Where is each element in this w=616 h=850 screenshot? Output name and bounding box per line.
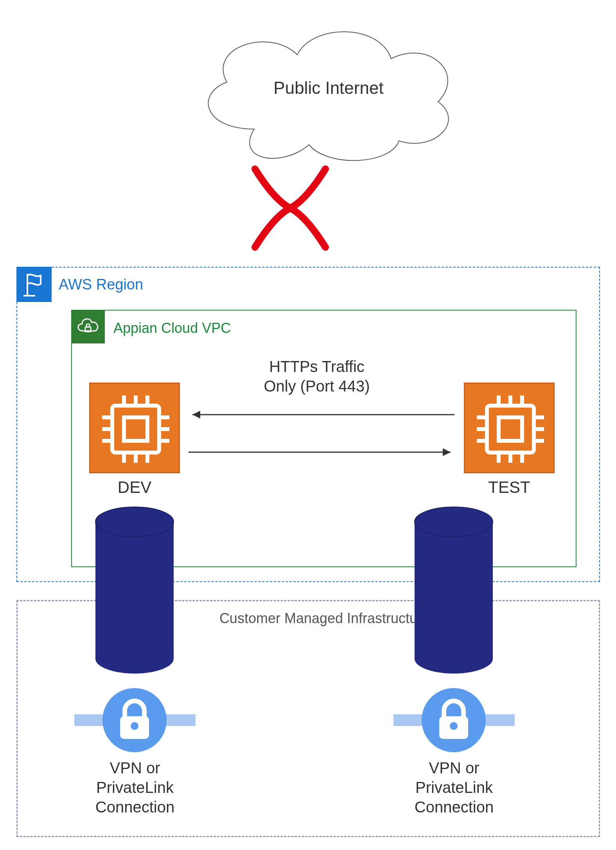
svg-point-48 — [450, 722, 458, 730]
vpc-label: Appian Cloud VPC — [113, 320, 270, 336]
conn-right-label: VPN or PrivateLink Connection — [393, 758, 515, 817]
blocked-x-icon — [243, 161, 337, 255]
svg-marker-6 — [443, 448, 451, 456]
lock-left-icon — [101, 687, 168, 753]
svg-marker-4 — [192, 411, 200, 419]
svg-rect-40 — [415, 522, 493, 659]
arrow-right — [181, 444, 462, 460]
dev-label: DEV — [89, 478, 180, 497]
lock-right-icon — [420, 687, 487, 753]
aws-region-badge — [16, 267, 52, 302]
chip-icon — [465, 384, 556, 474]
conn-left-label: VPN or PrivateLink Connection — [74, 758, 196, 817]
cylinder-left-icon — [92, 506, 178, 674]
svg-point-41 — [415, 644, 493, 674]
svg-point-45 — [131, 722, 138, 730]
cloud-lock-icon — [71, 310, 105, 343]
aws-region-label: AWS Region — [59, 276, 176, 293]
arrow-left — [181, 407, 462, 422]
test-instance — [464, 383, 555, 473]
traffic-line1: HTTPs Traffic — [269, 358, 365, 375]
traffic-line2: Only (Port 443) — [264, 377, 370, 395]
flag-icon — [16, 267, 52, 302]
chip-icon — [90, 384, 181, 474]
svg-rect-36 — [95, 522, 174, 659]
svg-rect-21 — [487, 406, 534, 453]
svg-point-37 — [95, 644, 174, 674]
dev-instance — [89, 383, 180, 473]
traffic-label: HTTPs Traffic Only (Port 443) — [211, 357, 422, 396]
vpc-badge — [71, 310, 105, 343]
svg-rect-22 — [499, 417, 522, 441]
cylinder-right-icon — [411, 506, 497, 674]
svg-rect-8 — [124, 417, 147, 441]
test-label: TEST — [464, 478, 555, 497]
svg-rect-7 — [112, 406, 159, 453]
cloud-label: Public Internet — [250, 78, 407, 98]
customer-label: Customer Managed Infrastructure — [203, 610, 446, 627]
